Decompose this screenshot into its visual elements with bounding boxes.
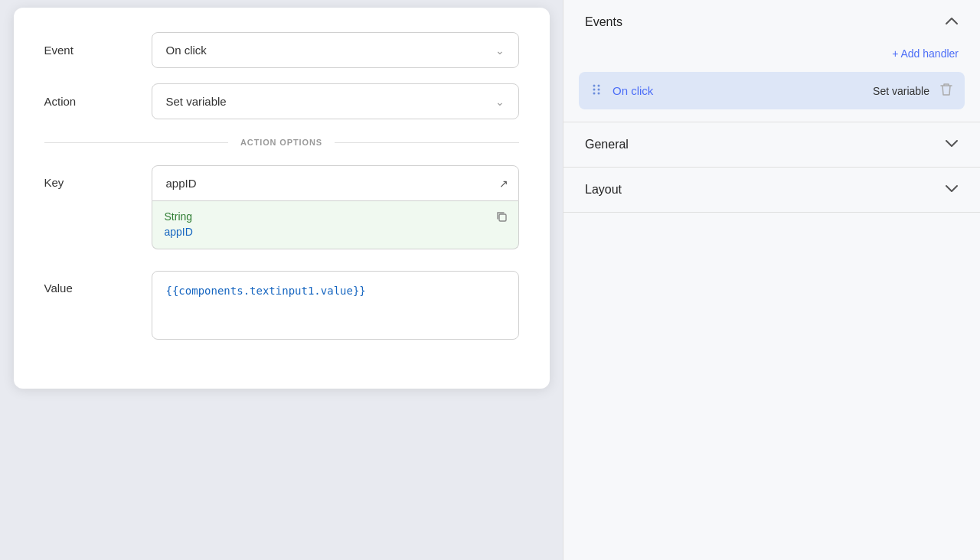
divider-line-left xyxy=(44,142,228,143)
layout-chevron-down-icon xyxy=(945,184,959,197)
svg-point-2 xyxy=(598,85,600,87)
event-select[interactable]: On click ⌄ xyxy=(152,32,519,68)
key-input[interactable] xyxy=(152,165,519,201)
events-section: Events + Add handler On cli xyxy=(564,0,980,122)
action-options-divider: ACTION OPTIONS xyxy=(44,138,519,147)
event-action-card: Event On click ⌄ Action Set variable ⌄ A… xyxy=(14,8,550,389)
events-chevron-up-icon xyxy=(945,16,959,29)
general-section: General xyxy=(564,122,980,168)
key-row: Key ↗︎ String appID xyxy=(44,165,519,249)
svg-rect-0 xyxy=(499,214,506,221)
key-dropdown-value: appID xyxy=(165,226,506,238)
value-input-wrapper: {{components.textinput1.value}} xyxy=(152,271,519,343)
handler-action-label: Set variable xyxy=(873,85,929,97)
events-section-header[interactable]: Events xyxy=(564,0,980,44)
handler-row[interactable]: On click Set variable xyxy=(579,72,965,109)
event-select-value: On click xyxy=(166,44,207,57)
value-label: Value xyxy=(44,271,152,295)
right-panel: Events + Add handler On cli xyxy=(563,0,980,560)
divider-line-right xyxy=(335,142,518,143)
layout-section-header[interactable]: Layout xyxy=(564,168,980,212)
action-row: Action Set variable ⌄ xyxy=(44,83,519,119)
events-title: Events xyxy=(585,15,622,29)
left-panel: Event On click ⌄ Action Set variable ⌄ A… xyxy=(0,0,563,560)
svg-point-5 xyxy=(593,93,596,95)
key-input-wrapper: ↗︎ String appID xyxy=(152,165,519,249)
action-select[interactable]: Set variable ⌄ xyxy=(152,83,519,119)
event-row: Event On click ⌄ xyxy=(44,32,519,68)
action-label: Action xyxy=(44,95,152,108)
event-select-wrapper: On click ⌄ xyxy=(152,32,519,68)
action-chevron-icon: ⌄ xyxy=(495,96,505,108)
copy-icon[interactable] xyxy=(495,210,508,225)
key-type-label: String xyxy=(165,210,506,223)
svg-point-3 xyxy=(593,89,596,91)
delete-handler-icon[interactable] xyxy=(940,83,952,99)
action-options-label: ACTION OPTIONS xyxy=(228,138,335,147)
general-section-header[interactable]: General xyxy=(564,122,980,167)
action-select-value: Set variable xyxy=(166,95,227,108)
value-textarea[interactable]: {{components.textinput1.value}} xyxy=(152,271,519,340)
drag-handle-icon[interactable] xyxy=(591,83,602,99)
svg-point-1 xyxy=(593,85,596,87)
handler-event-label: On click xyxy=(612,84,862,97)
add-handler-button[interactable]: + Add handler xyxy=(892,47,959,60)
layout-section: Layout xyxy=(564,168,980,213)
svg-point-6 xyxy=(598,93,600,95)
general-title: General xyxy=(585,138,629,151)
add-handler-row: + Add handler xyxy=(564,44,980,72)
key-label: Key xyxy=(44,165,152,189)
key-dropdown: String appID xyxy=(152,201,519,249)
value-row: Value {{components.textinput1.value}} xyxy=(44,271,519,343)
event-label: Event xyxy=(44,44,152,57)
svg-point-4 xyxy=(598,89,600,91)
external-link-icon[interactable]: ↗︎ xyxy=(499,177,508,190)
event-chevron-icon: ⌄ xyxy=(495,44,505,57)
layout-title: Layout xyxy=(585,183,622,197)
general-chevron-down-icon xyxy=(945,138,959,151)
action-select-wrapper: Set variable ⌄ xyxy=(152,83,519,119)
